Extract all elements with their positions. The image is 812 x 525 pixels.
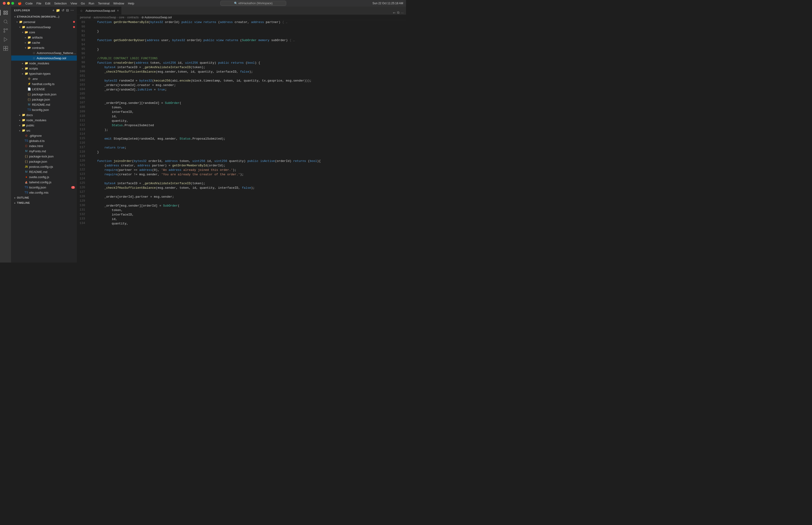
- explorer-title: EXPLORER: [14, 9, 30, 12]
- folder-scripts[interactable]: ▸ 📁 scripts: [11, 66, 77, 71]
- tab-autonomousswap-sol[interactable]: ◇ AutonomousSwap.sol ×: [77, 6, 121, 15]
- folder-public[interactable]: ▸ 📁 public: [11, 123, 77, 128]
- chevron-right-icon: ▸: [13, 201, 17, 204]
- breadcrumb-contracts[interactable]: contracts: [127, 16, 139, 19]
- more-actions-icon[interactable]: ···: [71, 9, 74, 12]
- source-control-icon[interactable]: [1, 26, 10, 35]
- folder-personal[interactable]: ▾ 📁 personal: [11, 19, 77, 25]
- outline-section[interactable]: ▸ OUTLINE: [11, 195, 77, 200]
- file-package-json-2[interactable]: ▸ { } package.json: [11, 159, 77, 164]
- folder-node-modules-root[interactable]: ▸ 📁 node_modules: [11, 118, 77, 123]
- tab-close-icon[interactable]: ×: [117, 9, 119, 13]
- refresh-icon[interactable]: ↺: [62, 9, 65, 12]
- file-globals[interactable]: ▸ TS globals.d.ts: [11, 138, 77, 144]
- folder-core[interactable]: ▾ 📂 core: [11, 30, 77, 35]
- file-hardhat-config[interactable]: ▸ ⚡ hardhat.config.ts: [11, 81, 77, 87]
- explorer-icon[interactable]: [1, 9, 10, 17]
- tailwind-file-icon: ⛵: [25, 180, 28, 184]
- timeline-section[interactable]: ▸ TIMELINE: [11, 200, 77, 205]
- sol-file-icon: ◇: [32, 51, 36, 55]
- run-debug-icon[interactable]: [1, 35, 10, 44]
- file-gitignore[interactable]: ▸ ⊙ .gitignore: [11, 133, 77, 138]
- breadcrumb-file[interactable]: ⊘ AutonomousSwap.sol: [141, 16, 172, 19]
- folder-autonomousswap[interactable]: ▾ 📁 autonomousSwap: [11, 25, 77, 30]
- folder-icon: 📁: [21, 25, 25, 29]
- extensions-icon[interactable]: [1, 44, 10, 52]
- folder-src[interactable]: ▸ 📁 src: [11, 128, 77, 133]
- file-license[interactable]: ▸ 📄 LICENSE: [11, 87, 77, 92]
- more-tab-actions-icon[interactable]: ···: [401, 11, 404, 15]
- breadcrumb-sep-1: ›: [92, 16, 93, 19]
- titlebar-left: 🍎 Code File Edit Selection View Go Run T…: [3, 2, 134, 5]
- file-package-lock-1[interactable]: ▸ { } package-lock.json: [11, 92, 77, 97]
- chevron-right-icon: ▸: [18, 114, 21, 116]
- new-folder-icon[interactable]: 📁: [56, 9, 60, 12]
- ts-json-file-icon: TS: [25, 185, 28, 189]
- editor[interactable]: 8990919293949596979899100101102103104105…: [77, 20, 406, 262]
- search-icon[interactable]: [1, 17, 10, 26]
- workspace-label: ETHHACKATHON (WORKSPA...): [17, 15, 77, 18]
- file-package-lock-2[interactable]: ▸ { } package-lock.json: [11, 154, 77, 159]
- file-svelte-config[interactable]: ▸ ● svelte.config.js: [11, 174, 77, 180]
- menu-help[interactable]: Help: [128, 2, 134, 5]
- breadcrumb-personal[interactable]: personal: [80, 16, 91, 19]
- code-line-102: bytes32 randomId = bytes32(keccak256(abi…: [90, 78, 406, 83]
- folder-cache[interactable]: ▸ 📁 cache: [11, 40, 77, 45]
- menu-window[interactable]: Window: [113, 2, 124, 5]
- code-area[interactable]: function getOrderMembersById(bytes32 ord…: [89, 20, 406, 262]
- svg-rect-9: [6, 46, 7, 48]
- file-package-json-1[interactable]: ▸ { } package.json: [11, 97, 77, 102]
- menu-edit[interactable]: Edit: [45, 2, 50, 5]
- breadcrumb-core[interactable]: core: [119, 16, 124, 19]
- workspace-root[interactable]: ▾ ETHHACKATHON (WORKSPA...): [11, 14, 77, 19]
- file-env[interactable]: ▸ ⚙ .env: [11, 76, 77, 81]
- close-button[interactable]: [3, 2, 6, 5]
- file-tsconfig-2[interactable]: ▸ TS tsconfig.json 2: [11, 185, 77, 190]
- file-autonomousswap-sol[interactable]: ▸ ◇ AutonomousSwap.sol: [11, 56, 77, 61]
- folder-node-modules-core[interactable]: ▸ 📁 node_modules: [11, 61, 77, 66]
- code-line-91: }: [90, 29, 406, 34]
- folder-contracts[interactable]: ▾ 📂 contracts: [11, 45, 77, 50]
- workspace-search[interactable]: 🔍 ethHackathon (Workspace): [220, 1, 286, 6]
- folder-icon: 📂: [25, 30, 28, 34]
- menu-selection[interactable]: Selection: [54, 2, 66, 5]
- minimize-button[interactable]: [7, 2, 10, 5]
- file-vite-config[interactable]: ▸ TS vite.config.mis: [11, 190, 77, 195]
- menu-terminal[interactable]: Terminal: [98, 2, 109, 5]
- error-badge: [73, 26, 75, 28]
- file-autonomousswap-flattened[interactable]: ▸ ◇ AutonomousSwap_flattened.sol: [11, 50, 77, 56]
- menu-view[interactable]: View: [71, 2, 77, 5]
- folder-typechain-types[interactable]: ▸ 📁 typechain-types: [11, 71, 77, 76]
- menu-code[interactable]: Code: [25, 2, 33, 5]
- collapse-icon[interactable]: ⊟: [66, 9, 69, 12]
- file-readme-2[interactable]: ▸ M README.md: [11, 169, 77, 174]
- search-icon: 🔍: [234, 2, 238, 5]
- split-left-icon[interactable]: ⇐: [393, 11, 396, 15]
- breadcrumb-autonomousswap[interactable]: autonomousSwap: [93, 16, 116, 19]
- menu-file[interactable]: File: [36, 2, 41, 5]
- traffic-lights: [3, 2, 14, 5]
- license-file-icon: 📄: [27, 87, 31, 91]
- file-myfonts[interactable]: ▸ M myFonts.md: [11, 149, 77, 154]
- new-file-icon[interactable]: +: [52, 9, 55, 12]
- menu-run[interactable]: Run: [89, 2, 94, 5]
- code-line-106: [90, 96, 406, 101]
- folder-artifacts[interactable]: ▸ 📁 artifacts: [11, 35, 77, 40]
- folder-docs[interactable]: ▸ 📁 docs: [11, 112, 77, 118]
- menu-apple[interactable]: 🍎: [18, 2, 21, 5]
- file-globals-label: globals.d.ts: [29, 139, 77, 142]
- file-svelte-config-label: svelte.config.js: [29, 175, 77, 179]
- file-index-html[interactable]: ▸ ⟨⟩ index.html: [11, 144, 77, 149]
- file-tsconfig-1[interactable]: ▸ TS tsconfig.json: [11, 107, 77, 112]
- menu-go[interactable]: Go: [81, 2, 85, 5]
- file-tailwind-config[interactable]: ▸ ⛵ tailwind.config.js: [11, 180, 77, 185]
- file-readme-1[interactable]: ▸ M README.md: [11, 102, 77, 107]
- svg-line-1: [6, 22, 7, 24]
- maximize-button[interactable]: [11, 2, 14, 5]
- code-line-115: emit StepCompleted(randomId, msg.sender,…: [90, 137, 406, 141]
- code-line-118: }: [90, 150, 406, 154]
- code-line-95: }: [90, 47, 406, 52]
- sol-file-icon: ◇: [32, 56, 36, 60]
- file-postcss[interactable]: ▸ JS postcss.config.cjs: [11, 164, 77, 169]
- split-icon[interactable]: ⧉: [397, 11, 399, 15]
